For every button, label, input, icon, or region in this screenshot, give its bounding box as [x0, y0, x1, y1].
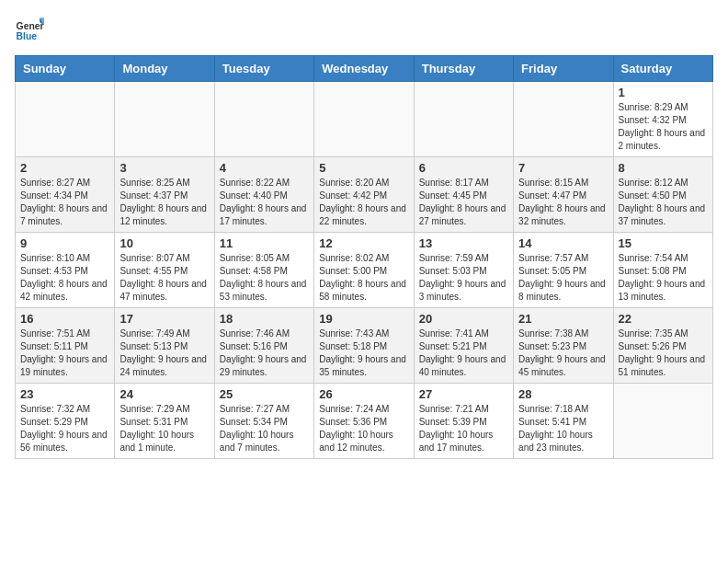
day-cell: 24Sunrise: 7:29 AM Sunset: 5:31 PM Dayli… [115, 384, 214, 459]
day-cell: 11Sunrise: 8:05 AM Sunset: 4:58 PM Dayli… [214, 233, 313, 308]
day-info: Sunrise: 7:35 AM Sunset: 5:26 PM Dayligh… [619, 327, 708, 379]
day-number: 1 [619, 86, 708, 99]
day-info: Sunrise: 7:27 AM Sunset: 5:34 PM Dayligh… [220, 403, 309, 454]
day-number: 5 [319, 161, 408, 175]
day-info: Sunrise: 7:46 AM Sunset: 5:16 PM Dayligh… [220, 327, 309, 379]
day-info: Sunrise: 7:21 AM Sunset: 5:39 PM Dayligh… [419, 403, 508, 454]
day-cell: 14Sunrise: 7:57 AM Sunset: 5:05 PM Dayli… [514, 233, 613, 308]
day-info: Sunrise: 7:32 AM Sunset: 5:29 PM Dayligh… [20, 403, 109, 454]
day-cell [414, 82, 513, 157]
day-info: Sunrise: 8:27 AM Sunset: 4:34 PM Dayligh… [20, 177, 109, 228]
day-info: Sunrise: 8:10 AM Sunset: 4:53 PM Dayligh… [20, 252, 109, 304]
weekday-header-wednesday: Wednesday [314, 56, 414, 82]
day-cell: 23Sunrise: 7:32 AM Sunset: 5:29 PM Dayli… [16, 384, 115, 459]
day-number: 21 [518, 312, 608, 326]
day-number: 19 [319, 312, 408, 326]
day-number: 26 [319, 387, 408, 401]
header: General Blue [15, 15, 713, 44]
day-number: 8 [619, 161, 708, 175]
day-cell: 28Sunrise: 7:18 AM Sunset: 5:41 PM Dayli… [514, 384, 613, 459]
week-row-5: 23Sunrise: 7:32 AM Sunset: 5:29 PM Dayli… [16, 384, 713, 459]
day-cell: 5Sunrise: 8:20 AM Sunset: 4:42 PM Daylig… [314, 157, 414, 233]
week-row-2: 2Sunrise: 8:27 AM Sunset: 4:34 PM Daylig… [16, 157, 713, 233]
weekday-header-sunday: Sunday [16, 56, 115, 82]
day-number: 22 [619, 312, 708, 326]
weekday-header-tuesday: Tuesday [214, 56, 313, 82]
day-info: Sunrise: 7:29 AM Sunset: 5:31 PM Dayligh… [119, 403, 209, 454]
day-info: Sunrise: 8:15 AM Sunset: 4:47 PM Dayligh… [518, 177, 608, 228]
week-row-3: 9Sunrise: 8:10 AM Sunset: 4:53 PM Daylig… [16, 233, 713, 308]
weekday-header-saturday: Saturday [613, 56, 712, 82]
day-cell: 19Sunrise: 7:43 AM Sunset: 5:18 PM Dayli… [314, 308, 414, 384]
svg-text:Blue: Blue [17, 31, 38, 41]
day-cell [16, 82, 115, 157]
day-cell: 17Sunrise: 7:49 AM Sunset: 5:13 PM Dayli… [115, 308, 214, 384]
day-number: 11 [220, 236, 309, 250]
weekday-header-monday: Monday [115, 56, 214, 82]
day-number: 4 [220, 161, 309, 175]
day-cell: 13Sunrise: 7:59 AM Sunset: 5:03 PM Dayli… [414, 233, 513, 308]
day-cell: 1Sunrise: 8:29 AM Sunset: 4:32 PM Daylig… [613, 82, 712, 157]
day-cell: 26Sunrise: 7:24 AM Sunset: 5:36 PM Dayli… [314, 384, 414, 459]
day-number: 24 [119, 387, 209, 401]
day-cell [514, 82, 613, 157]
day-info: Sunrise: 8:05 AM Sunset: 4:58 PM Dayligh… [220, 252, 309, 304]
day-number: 25 [220, 387, 309, 401]
day-info: Sunrise: 7:43 AM Sunset: 5:18 PM Dayligh… [319, 327, 408, 379]
day-cell: 16Sunrise: 7:51 AM Sunset: 5:11 PM Dayli… [16, 308, 115, 384]
calendar-table: SundayMondayTuesdayWednesdayThursdayFrid… [15, 55, 713, 459]
day-cell [613, 384, 712, 459]
day-number: 2 [20, 161, 109, 175]
day-number: 28 [518, 387, 608, 401]
day-cell: 3Sunrise: 8:25 AM Sunset: 4:37 PM Daylig… [115, 157, 214, 233]
day-number: 20 [419, 312, 508, 326]
day-number: 14 [518, 236, 608, 250]
day-number: 23 [20, 387, 109, 401]
weekday-header-thursday: Thursday [414, 56, 513, 82]
week-row-1: 1Sunrise: 8:29 AM Sunset: 4:32 PM Daylig… [16, 82, 713, 157]
day-cell: 20Sunrise: 7:41 AM Sunset: 5:21 PM Dayli… [414, 308, 513, 384]
day-info: Sunrise: 7:41 AM Sunset: 5:21 PM Dayligh… [419, 327, 508, 379]
day-cell: 25Sunrise: 7:27 AM Sunset: 5:34 PM Dayli… [214, 384, 313, 459]
day-cell: 15Sunrise: 7:54 AM Sunset: 5:08 PM Dayli… [613, 233, 712, 308]
day-number: 18 [220, 312, 309, 326]
day-number: 10 [119, 236, 209, 250]
logo-icon: General Blue [15, 15, 44, 44]
day-info: Sunrise: 7:54 AM Sunset: 5:08 PM Dayligh… [619, 252, 708, 304]
day-cell: 9Sunrise: 8:10 AM Sunset: 4:53 PM Daylig… [16, 233, 115, 308]
week-row-4: 16Sunrise: 7:51 AM Sunset: 5:11 PM Dayli… [16, 308, 713, 384]
day-cell [115, 82, 214, 157]
day-info: Sunrise: 7:59 AM Sunset: 5:03 PM Dayligh… [419, 252, 508, 304]
day-info: Sunrise: 8:17 AM Sunset: 4:45 PM Dayligh… [419, 177, 508, 228]
day-cell: 2Sunrise: 8:27 AM Sunset: 4:34 PM Daylig… [16, 157, 115, 233]
day-number: 27 [419, 387, 508, 401]
day-number: 12 [319, 236, 408, 250]
day-info: Sunrise: 7:57 AM Sunset: 5:05 PM Dayligh… [518, 252, 608, 304]
weekday-header-row: SundayMondayTuesdayWednesdayThursdayFrid… [16, 56, 713, 82]
day-cell: 18Sunrise: 7:46 AM Sunset: 5:16 PM Dayli… [214, 308, 313, 384]
logo: General Blue [15, 15, 44, 44]
day-cell: 22Sunrise: 7:35 AM Sunset: 5:26 PM Dayli… [613, 308, 712, 384]
day-cell: 7Sunrise: 8:15 AM Sunset: 4:47 PM Daylig… [514, 157, 613, 233]
day-number: 7 [518, 161, 608, 175]
day-cell: 27Sunrise: 7:21 AM Sunset: 5:39 PM Dayli… [414, 384, 513, 459]
day-info: Sunrise: 8:29 AM Sunset: 4:32 PM Dayligh… [619, 101, 708, 153]
day-info: Sunrise: 7:18 AM Sunset: 5:41 PM Dayligh… [518, 403, 608, 454]
day-info: Sunrise: 7:24 AM Sunset: 5:36 PM Dayligh… [319, 403, 408, 454]
day-number: 15 [619, 236, 708, 250]
day-number: 16 [20, 312, 109, 326]
day-info: Sunrise: 7:49 AM Sunset: 5:13 PM Dayligh… [119, 327, 209, 379]
day-info: Sunrise: 8:12 AM Sunset: 4:50 PM Dayligh… [619, 177, 708, 228]
day-number: 6 [419, 161, 508, 175]
day-number: 13 [419, 236, 508, 250]
day-info: Sunrise: 8:20 AM Sunset: 4:42 PM Dayligh… [319, 177, 408, 228]
day-number: 9 [20, 236, 109, 250]
day-number: 3 [119, 161, 209, 175]
day-cell: 4Sunrise: 8:22 AM Sunset: 4:40 PM Daylig… [214, 157, 313, 233]
day-cell [314, 82, 414, 157]
day-info: Sunrise: 8:22 AM Sunset: 4:40 PM Dayligh… [220, 177, 309, 228]
svg-text:General: General [17, 21, 44, 31]
day-info: Sunrise: 7:38 AM Sunset: 5:23 PM Dayligh… [518, 327, 608, 379]
day-number: 17 [119, 312, 209, 326]
day-cell [214, 82, 313, 157]
